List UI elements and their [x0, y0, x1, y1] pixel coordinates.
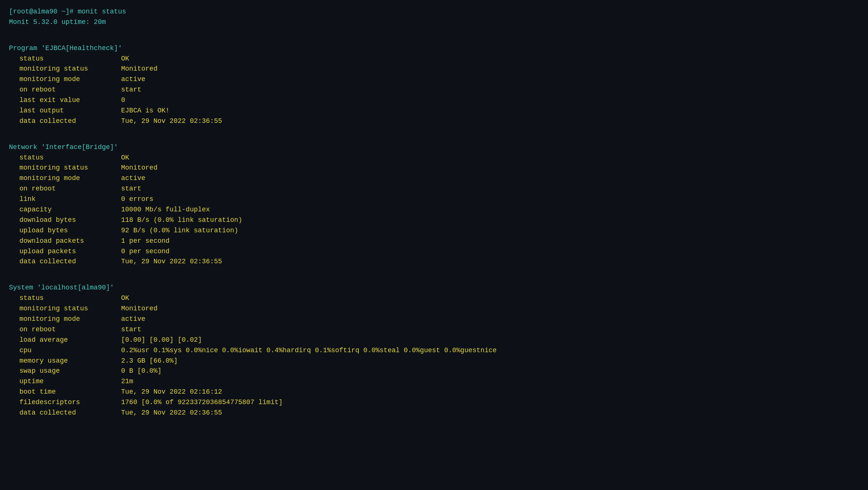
label-2-1: monitoring status: [9, 304, 121, 314]
value-1-4: 0 errors: [121, 194, 153, 205]
label-1-5: capacity: [9, 205, 121, 215]
label-2-5: cpu: [9, 345, 121, 356]
value-1-5: 10000 Mb/s full-duplex: [121, 205, 210, 215]
section-header-1: Network 'Interface[Bridge]': [9, 142, 859, 153]
label-2-4: load average: [9, 335, 121, 345]
row-0-5: last outputEJBCA is OK!: [9, 106, 859, 116]
label-1-1: monitoring status: [9, 163, 121, 173]
prompt-line: [root@alma90 ~]# monit status: [9, 7, 859, 17]
label-1-7: upload bytes: [9, 226, 121, 236]
label-2-10: filedescriptors: [9, 397, 121, 408]
value-2-0: OK: [121, 293, 129, 304]
value-2-7: 0 B [0.0%]: [121, 366, 161, 376]
row-1-9: upload packets0 per second: [9, 246, 859, 257]
value-0-6: Tue, 29 Nov 2022 02:36:55: [121, 116, 222, 127]
row-1-2: monitoring modeactive: [9, 173, 859, 184]
row-1-0: statusOK: [9, 153, 859, 163]
label-2-2: monitoring mode: [9, 314, 121, 325]
label-2-11: data collected: [9, 408, 121, 418]
row-0-6: data collectedTue, 29 Nov 2022 02:36:55: [9, 116, 859, 127]
row-2-6: memory usage2.3 GB [66.0%]: [9, 356, 859, 366]
value-1-2: active: [121, 173, 145, 184]
value-0-3: start: [121, 85, 141, 95]
value-1-8: 1 per second: [121, 236, 170, 246]
label-1-6: download bytes: [9, 215, 121, 226]
row-1-6: download bytes118 B/s (0.0% link saturat…: [9, 215, 859, 226]
sections-container: Program 'EJBCA[Healthcheck]'statusOKmoni…: [9, 43, 859, 429]
label-1-4: link: [9, 194, 121, 205]
label-1-3: on reboot: [9, 184, 121, 194]
value-1-6: 118 B/s (0.0% link saturation): [121, 215, 242, 226]
row-0-0: statusOK: [9, 54, 859, 64]
label-1-10: data collected: [9, 257, 121, 267]
value-2-2: active: [121, 314, 145, 325]
terminal-window: [root@alma90 ~]# monit status Monit 5.32…: [9, 7, 859, 38]
value-2-1: Monitored: [121, 304, 157, 314]
label-0-2: monitoring mode: [9, 74, 121, 85]
label-2-9: boot time: [9, 387, 121, 397]
value-1-9: 0 per second: [121, 246, 170, 257]
label-0-1: monitoring status: [9, 64, 121, 74]
section-header-2: System 'localhost[alma90]': [9, 283, 859, 293]
label-2-6: memory usage: [9, 356, 121, 366]
label-2-3: on reboot: [9, 325, 121, 335]
label-1-0: status: [9, 153, 121, 163]
row-2-2: monitoring modeactive: [9, 314, 859, 325]
label-1-8: download packets: [9, 236, 121, 246]
value-2-5: 0.2%usr 0.1%sys 0.0%nice 0.0%iowait 0.4%…: [121, 345, 497, 356]
row-2-1: monitoring statusMonitored: [9, 304, 859, 314]
value-0-5: EJBCA is OK!: [121, 106, 170, 116]
value-1-1: Monitored: [121, 163, 157, 173]
row-2-3: on rebootstart: [9, 325, 859, 335]
row-0-2: monitoring modeactive: [9, 74, 859, 85]
row-2-8: uptime21m: [9, 376, 859, 387]
label-0-3: on reboot: [9, 85, 121, 95]
value-0-1: Monitored: [121, 64, 157, 74]
row-1-10: data collectedTue, 29 Nov 2022 02:36:55: [9, 257, 859, 267]
value-2-11: Tue, 29 Nov 2022 02:36:55: [121, 408, 222, 418]
row-1-3: on rebootstart: [9, 184, 859, 194]
row-2-7: swap usage0 B [0.0%]: [9, 366, 859, 376]
row-0-3: on rebootstart: [9, 85, 859, 95]
row-1-4: link0 errors: [9, 194, 859, 205]
label-0-4: last exit value: [9, 95, 121, 106]
value-2-6: 2.3 GB [66.0%]: [121, 356, 178, 366]
value-2-9: Tue, 29 Nov 2022 02:16:12: [121, 387, 222, 397]
value-2-10: 1760 [0.0% of 9223372036854775807 limit]: [121, 397, 283, 408]
row-2-0: statusOK: [9, 293, 859, 304]
version-line: Monit 5.32.0 uptime: 20m: [9, 17, 859, 28]
row-2-5: cpu0.2%usr 0.1%sys 0.0%nice 0.0%iowait 0…: [9, 345, 859, 356]
label-1-9: upload packets: [9, 246, 121, 257]
row-1-1: monitoring statusMonitored: [9, 163, 859, 173]
label-0-5: last output: [9, 106, 121, 116]
label-2-8: uptime: [9, 376, 121, 387]
row-2-9: boot timeTue, 29 Nov 2022 02:16:12: [9, 387, 859, 397]
value-1-10: Tue, 29 Nov 2022 02:36:55: [121, 257, 222, 267]
value-0-0: OK: [121, 54, 129, 64]
value-0-2: active: [121, 74, 145, 85]
value-1-3: start: [121, 184, 141, 194]
row-1-8: download packets1 per second: [9, 236, 859, 246]
row-2-11: data collectedTue, 29 Nov 2022 02:36:55: [9, 408, 859, 418]
row-1-5: capacity10000 Mb/s full-duplex: [9, 205, 859, 215]
label-1-2: monitoring mode: [9, 173, 121, 184]
section-header-0: Program 'EJBCA[Healthcheck]': [9, 43, 859, 54]
value-0-4: 0: [121, 95, 125, 106]
row-2-10: filedescriptors1760 [0.0% of 92233720368…: [9, 397, 859, 408]
row-0-4: last exit value0: [9, 95, 859, 106]
label-2-0: status: [9, 293, 121, 304]
value-2-4: [0.00] [0.00] [0.02]: [121, 335, 202, 345]
value-2-8: 21m: [121, 376, 133, 387]
label-0-6: data collected: [9, 116, 121, 127]
row-0-1: monitoring statusMonitored: [9, 64, 859, 74]
value-2-3: start: [121, 325, 141, 335]
label-2-7: swap usage: [9, 366, 121, 376]
row-1-7: upload bytes92 B/s (0.0% link saturation…: [9, 226, 859, 236]
label-0-0: status: [9, 54, 121, 64]
value-1-7: 92 B/s (0.0% link saturation): [121, 226, 238, 236]
row-2-4: load average[0.00] [0.00] [0.02]: [9, 335, 859, 345]
value-1-0: OK: [121, 153, 129, 163]
